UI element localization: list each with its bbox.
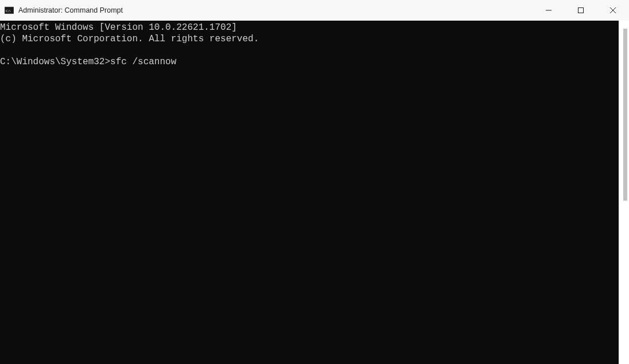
terminal-line: (c) Microsoft Corporation. All rights re… (0, 34, 259, 44)
terminal-container: Microsoft Windows [Version 10.0.22621.17… (0, 21, 629, 364)
cmd-icon: C:\ (5, 6, 14, 15)
scrollbar-thumb[interactable] (623, 29, 627, 201)
maximize-button[interactable] (565, 0, 597, 21)
minimize-icon (546, 6, 552, 15)
svg-rect-3 (578, 7, 584, 13)
terminal-prompt-line: C:\Windows\System32>sfc /scannow (0, 57, 176, 67)
window-title: Administrator: Command Prompt (18, 6, 123, 14)
scrollbar-track[interactable] (619, 21, 629, 364)
terminal-prompt: C:\Windows\System32> (0, 57, 110, 67)
terminal-line: Microsoft Windows [Version 10.0.22621.17… (0, 22, 237, 33)
titlebar-left: C:\ Administrator: Command Prompt (5, 6, 123, 15)
window-controls (533, 0, 629, 21)
terminal-command: sfc /scannow (110, 57, 176, 67)
minimize-button[interactable] (533, 0, 565, 21)
close-button[interactable] (597, 0, 629, 21)
titlebar[interactable]: C:\ Administrator: Command Prompt (0, 0, 629, 21)
terminal-output[interactable]: Microsoft Windows [Version 10.0.22621.17… (0, 21, 619, 364)
close-icon (610, 6, 616, 15)
maximize-icon (578, 6, 584, 15)
svg-text:C:\: C:\ (6, 9, 11, 13)
